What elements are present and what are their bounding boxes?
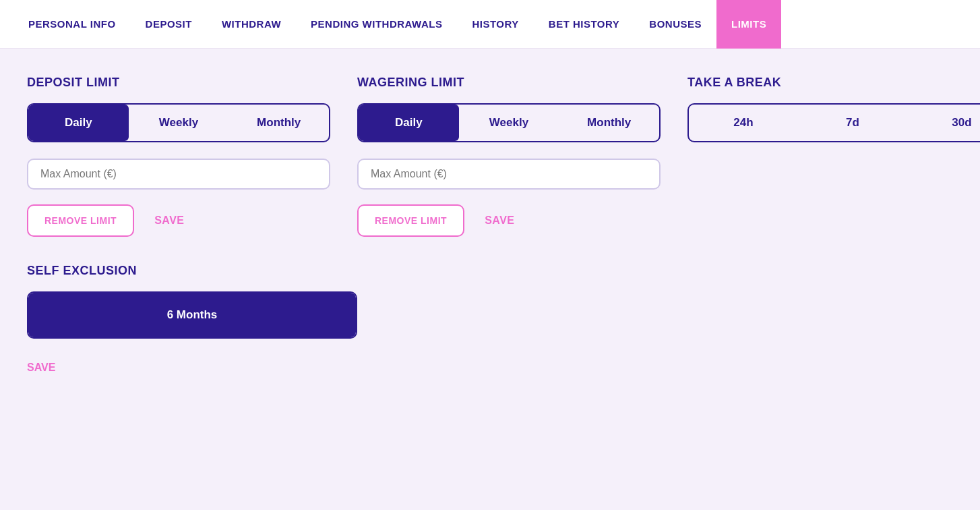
take-a-break-tab-7d[interactable]: 7d	[798, 105, 907, 141]
wagering-limit-input[interactable]	[371, 168, 647, 180]
wagering-limit-input-container	[357, 159, 661, 190]
deposit-limit-remove-button[interactable]: REMOVE LIMIT	[27, 204, 134, 237]
wagering-limit-title: WAGERING LIMIT	[357, 76, 661, 90]
deposit-limit-btn-row: REMOVE LIMIT SAVE	[27, 204, 330, 237]
wagering-limit-save-button[interactable]: SAVE	[485, 215, 514, 227]
wagering-limit-remove-button[interactable]: REMOVE LIMIT	[357, 204, 464, 237]
wagering-limit-tab-weekly[interactable]: Weekly	[459, 105, 559, 141]
self-exclusion-save-button[interactable]: SAVE	[27, 362, 55, 374]
deposit-limit-section: DEPOSIT LIMIT Daily Weekly Monthly REMOV…	[27, 76, 357, 237]
self-exclusion-title: SELF EXCLUSION	[27, 264, 357, 278]
deposit-limit-input-container	[27, 159, 330, 190]
deposit-limit-input[interactable]	[40, 168, 317, 180]
deposit-limit-tab-daily[interactable]: Daily	[28, 105, 129, 141]
take-a-break-save-row: SAVE	[687, 159, 980, 171]
deposit-limit-save-button[interactable]: SAVE	[154, 215, 184, 227]
take-a-break-section: TAKE A BREAK 24h 7d 30d SAVE	[687, 76, 980, 237]
deposit-limit-title: DEPOSIT LIMIT	[27, 76, 330, 90]
wagering-limit-toggle-group: Daily Weekly Monthly	[357, 103, 661, 142]
self-exclusion-toggle-group: 6 Months	[27, 291, 357, 339]
nav-bar: PERSONAL INFO DEPOSIT WITHDRAW PENDING W…	[0, 0, 980, 49]
self-exclusion-save-row: SAVE	[27, 355, 357, 374]
deposit-limit-toggle-group: Daily Weekly Monthly	[27, 103, 330, 142]
take-a-break-tab-24h[interactable]: 24h	[689, 105, 798, 141]
take-a-break-toggle-group: 24h 7d 30d	[687, 103, 980, 142]
nav-limits[interactable]: LIMITS	[716, 0, 781, 49]
nav-personal-info[interactable]: PERSONAL INFO	[13, 0, 131, 49]
top-row: DEPOSIT LIMIT Daily Weekly Monthly REMOV…	[27, 76, 953, 237]
self-exclusion-6-months-tab[interactable]: 6 Months	[28, 293, 356, 337]
wagering-limit-tab-monthly[interactable]: Monthly	[559, 105, 659, 141]
main-content: DEPOSIT LIMIT Daily Weekly Monthly REMOV…	[0, 49, 980, 401]
deposit-limit-tab-monthly[interactable]: Monthly	[228, 105, 329, 141]
nav-bonuses[interactable]: BONUSES	[634, 0, 716, 49]
nav-withdraw[interactable]: WITHDRAW	[207, 0, 296, 49]
wagering-limit-section: WAGERING LIMIT Daily Weekly Monthly REMO…	[357, 76, 687, 237]
deposit-limit-tab-weekly[interactable]: Weekly	[129, 105, 229, 141]
wagering-limit-btn-row: REMOVE LIMIT SAVE	[357, 204, 661, 237]
nav-bet-history[interactable]: BET HISTORY	[534, 0, 635, 49]
nav-deposit[interactable]: DEPOSIT	[131, 0, 207, 49]
nav-pending-withdrawals[interactable]: PENDING WITHDRAWALS	[296, 0, 457, 49]
take-a-break-title: TAKE A BREAK	[687, 76, 980, 90]
wagering-limit-tab-daily[interactable]: Daily	[359, 105, 459, 141]
nav-history[interactable]: HISTORY	[457, 0, 533, 49]
take-a-break-tab-30d[interactable]: 30d	[907, 105, 980, 141]
self-exclusion-section: SELF EXCLUSION 6 Months SAVE	[27, 264, 357, 374]
